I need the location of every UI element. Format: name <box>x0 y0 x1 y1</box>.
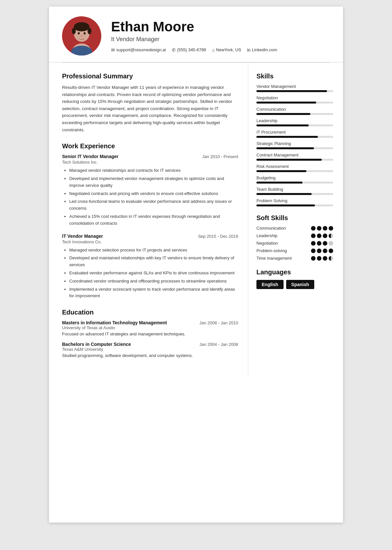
resume-paper: Ethan Moore It Vendor Manager ✉ support@… <box>49 7 343 523</box>
skill-item: Negotiation <box>256 95 333 104</box>
edu-header: Bachelors in Computer ScienceJan 2004 - … <box>62 342 238 347</box>
skill-bar-fill <box>256 90 327 92</box>
dot-filled <box>323 241 327 246</box>
skill-bar-fill <box>256 159 322 161</box>
skill-item: Risk Assessment <box>256 164 333 172</box>
skills-section: Skills Vendor ManagementNegotiationCommu… <box>256 73 333 206</box>
skill-name: Budgeting <box>256 175 333 180</box>
skill-name: Vendor Management <box>256 84 333 89</box>
job-company: Tech Innovations Co. <box>62 239 238 244</box>
skill-item: Vendor Management <box>256 84 333 92</box>
header-section: Ethan Moore It Vendor Manager ✉ support@… <box>49 7 343 62</box>
dot-filled <box>317 241 321 246</box>
main-layout: Professional Summary Results-driven IT V… <box>49 63 343 377</box>
skill-item: IT Procurement <box>256 130 333 138</box>
right-column: Skills Vendor ManagementNegotiationCommu… <box>248 63 343 377</box>
summary-title: Professional Summary <box>62 73 238 80</box>
skills-container: Vendor ManagementNegotiationCommunicatio… <box>256 84 333 206</box>
skill-name: Strategic Planning <box>256 141 333 146</box>
svg-point-4 <box>74 22 90 31</box>
job-dates: Sep 2015 - Dec 2019 <box>198 234 238 239</box>
job-header: Senior IT Vendor ManagerJan 2010 - Prese… <box>62 154 238 159</box>
job-entry: Senior IT Vendor ManagerJan 2010 - Prese… <box>62 154 238 227</box>
header-contacts: ✉ support@resumedesign.ai ✆ (555) 345-67… <box>111 47 330 53</box>
languages-title: Languages <box>256 268 333 276</box>
skill-bar-background <box>256 170 333 172</box>
language-badges: EnglishSpanish <box>256 280 333 289</box>
dot-filled <box>323 226 327 231</box>
edu-dates: Jan 2004 - Jan 2008 <box>199 342 238 347</box>
skill-bar-background <box>256 182 333 184</box>
skill-bar-background <box>256 90 333 92</box>
soft-skill-dots <box>311 249 333 253</box>
skill-bar-background <box>256 159 333 161</box>
list-item: Implemented a vendor scorecard system to… <box>69 286 238 300</box>
skill-name: Leadership <box>256 118 333 123</box>
job-bullets: Managed vendor selection process for IT … <box>62 247 238 300</box>
location-icon: ⌂ <box>212 47 215 53</box>
dot-filled <box>317 256 321 261</box>
soft-skill-name: Communication <box>256 226 289 231</box>
soft-skill-row: Communication <box>256 226 333 231</box>
skill-item: Communication <box>256 107 333 115</box>
skill-bar-background <box>256 147 333 149</box>
skill-item: Problem Solving <box>256 198 333 206</box>
candidate-title: It Vendor Manager <box>111 36 330 43</box>
edu-dates: Jan 2008 - Jan 2010 <box>199 320 238 325</box>
job-header: IT Vendor ManagerSep 2015 - Dec 2019 <box>62 234 238 239</box>
soft-skill-row: Leadership <box>256 233 333 238</box>
edu-header: Masters in Information Technology Manage… <box>62 320 238 325</box>
language-badge: Spanish <box>286 280 314 289</box>
skills-title: Skills <box>256 73 333 80</box>
skill-bar-fill <box>256 102 316 104</box>
skill-name: Risk Assessment <box>256 164 333 169</box>
job-company: Tech Solutions Inc. <box>62 160 238 165</box>
job-title: IT Vendor Manager <box>62 234 103 239</box>
contact-linkedin[interactable]: in LinkedIn.com <box>247 47 277 53</box>
skill-bar-background <box>256 113 333 115</box>
list-item: Evaluated vendor performance against SLA… <box>69 270 238 277</box>
left-column: Professional Summary Results-driven IT V… <box>49 63 248 377</box>
linkedin-icon: in <box>247 47 251 53</box>
summary-section: Professional Summary Results-driven IT V… <box>62 73 238 133</box>
skill-name: IT Procurement <box>256 130 333 135</box>
languages-section: Languages EnglishSpanish <box>256 268 333 289</box>
skill-bar-fill <box>256 182 302 184</box>
contact-phone: ✆ (555) 345-6789 <box>172 47 206 53</box>
dot-filled <box>311 234 316 238</box>
list-item: Managed vendor relationships and contrac… <box>69 167 238 174</box>
soft-skill-dots <box>311 234 333 238</box>
skill-name: Team Building <box>256 187 333 192</box>
soft-skill-name: Leadership <box>256 233 289 238</box>
skill-bar-fill <box>256 170 306 172</box>
dot-filled <box>323 234 327 238</box>
soft-skill-row: Negotiation <box>256 241 333 246</box>
summary-text: Results-driven IT Vendor Manager with 11… <box>62 84 238 133</box>
skill-bar-fill <box>256 193 312 195</box>
soft-skill-dots <box>311 226 333 231</box>
skill-bar-background <box>256 136 333 138</box>
edu-degree: Masters in Information Technology Manage… <box>62 320 167 325</box>
skill-bar-background <box>256 193 333 195</box>
dot-filled <box>329 226 333 231</box>
edu-container: Masters in Information Technology Manage… <box>62 320 238 358</box>
svg-point-9 <box>81 35 82 37</box>
dot-filled <box>323 249 327 253</box>
dot-filled <box>311 249 316 253</box>
dot-filled <box>311 226 316 231</box>
candidate-name: Ethan Moore <box>111 19 330 34</box>
skill-item: Strategic Planning <box>256 141 333 149</box>
soft-skill-name: Time management <box>256 256 292 261</box>
dot-filled <box>311 241 316 246</box>
dot-filled <box>317 234 321 238</box>
dot-filled <box>311 256 316 261</box>
skill-bar-fill <box>256 204 315 206</box>
education-section: Education Masters in Information Technol… <box>62 309 238 358</box>
list-item: Developed and maintained relationships w… <box>69 255 238 268</box>
edu-degree: Bachelors in Computer Science <box>62 342 131 347</box>
svg-point-7 <box>78 32 80 35</box>
edu-entry: Masters in Information Technology Manage… <box>62 320 238 336</box>
skill-bar-fill <box>256 124 309 126</box>
edu-description: Studied programming, software developmen… <box>62 353 238 358</box>
list-item: Managed vendor selection process for IT … <box>69 247 238 254</box>
